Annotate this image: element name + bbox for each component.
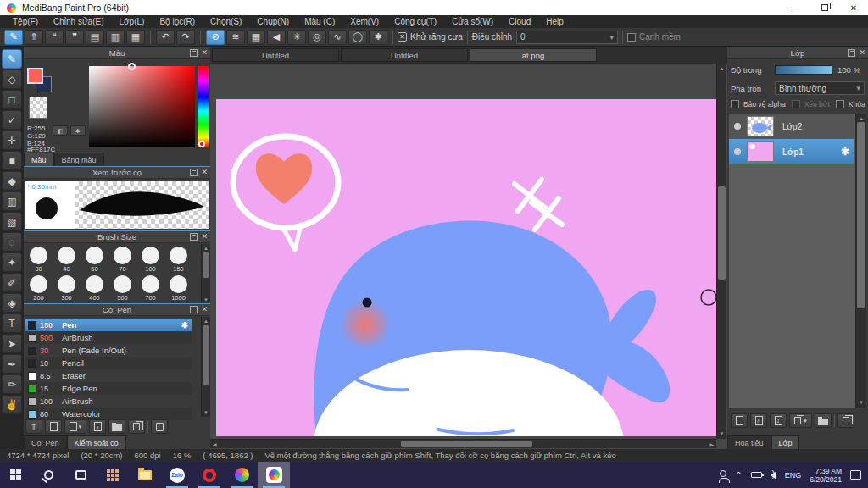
scroll-down-icon[interactable]: ▼	[202, 409, 210, 416]
restore-button[interactable]	[810, 0, 839, 15]
taskbar-search-button[interactable]	[32, 462, 64, 488]
layer-row-lop1[interactable]: Lớp1 ✱	[729, 139, 854, 164]
brush-size-400[interactable]: 400	[81, 275, 108, 302]
color-swap-button[interactable]: ◧	[53, 125, 68, 136]
notification-icon[interactable]	[850, 470, 861, 480]
snap-off-button[interactable]: ⊘	[206, 30, 225, 45]
brush-size-100[interactable]: 100	[136, 247, 164, 273]
brush-row-eraser[interactable]: 8.5 Eraser	[25, 369, 192, 382]
brush-size-150[interactable]: 150	[164, 247, 192, 273]
layer-new-1bit-button[interactable]: 1	[770, 413, 787, 428]
brush-add-dropdown-button[interactable]: ▾	[64, 419, 86, 434]
move-tool[interactable]: ✛	[2, 130, 22, 150]
shape-brush-tool[interactable]: □	[2, 90, 22, 109]
minimize-button[interactable]	[782, 0, 810, 15]
scroll-down-icon[interactable]: ▼	[202, 297, 210, 303]
brush-size-30[interactable]: 30	[25, 247, 53, 273]
tab-palette[interactable]: Bảng màu	[54, 152, 104, 166]
layer-new-8bit-button[interactable]: 8	[750, 413, 767, 428]
snap-cross-button[interactable]: ✳	[287, 30, 306, 45]
comment-button[interactable]: ❝	[45, 30, 64, 45]
opacity-slider[interactable]	[775, 65, 832, 75]
adjust-dropdown[interactable]: 0	[516, 30, 618, 44]
menu-color[interactable]: Màu (C)	[297, 15, 342, 28]
snap-parallel-button[interactable]: ≋	[226, 30, 245, 45]
hand-tool[interactable]: ✌	[2, 395, 22, 414]
popout-icon[interactable]	[190, 233, 198, 241]
menu-file[interactable]: Tệp(F)	[5, 15, 46, 28]
doc-tab-untitled-1[interactable]: Untitled	[212, 48, 339, 62]
fill-rect-tool[interactable]: ■	[2, 151, 22, 170]
hue-cursor[interactable]	[198, 141, 205, 147]
clock[interactable]: 7:39 AM 6/20/2021	[810, 467, 842, 484]
speaker-icon[interactable]	[771, 471, 776, 480]
soft-edge-checkbox[interactable]	[627, 33, 636, 42]
snap-concentric-button[interactable]: ◎	[308, 30, 326, 45]
menu-layer[interactable]: Lớp(L)	[112, 15, 153, 28]
canvas-horizontal-scrollbar[interactable]: ◀ ▶	[210, 439, 716, 448]
gear-icon[interactable]: ✱	[841, 146, 849, 158]
close-icon[interactable]: ✕	[201, 49, 208, 57]
div-brush-tool[interactable]: ✒	[2, 354, 22, 374]
zalo-app-button[interactable]: Zalo	[161, 462, 193, 488]
taskbar-app-grid[interactable]	[97, 462, 129, 488]
close-icon[interactable]: ✕	[859, 49, 865, 57]
language-indicator[interactable]: ENG	[785, 471, 802, 480]
eyedropper-tool[interactable]: ✏	[2, 374, 22, 394]
menu-cloud[interactable]: Cloud	[501, 15, 538, 28]
antialias-icon[interactable]: ✕	[398, 32, 407, 42]
brush-script-button[interactable]: s	[89, 419, 106, 434]
brush-row-airbrush[interactable]: 500 AirBrush	[25, 331, 192, 344]
brush-size-70[interactable]: 70	[108, 247, 136, 273]
paint-app-button[interactable]	[225, 462, 258, 488]
layer-folder-button[interactable]	[815, 413, 832, 428]
brush-row-pen-fade[interactable]: 30 Pen (Fade In/Out)	[25, 344, 192, 357]
popout-icon[interactable]	[848, 49, 855, 57]
bucket-tool[interactable]: ◆	[2, 171, 22, 191]
brush-size-500[interactable]: 500	[108, 275, 136, 302]
brush-row-watercolor[interactable]: 80 Watercolor	[25, 408, 192, 420]
start-button[interactable]	[0, 462, 32, 488]
select-tool[interactable]: ▧	[2, 212, 22, 231]
snap-settings-button[interactable]: ✱	[369, 30, 387, 45]
scroll-left-icon[interactable]: ◀	[213, 441, 217, 447]
brush-size-300[interactable]: 300	[53, 275, 81, 302]
saturation-value-picker[interactable]	[89, 66, 195, 147]
close-icon[interactable]: ✕	[201, 169, 208, 176]
transparent-color-swatch[interactable]	[29, 97, 47, 119]
layer-add-dropdown-button[interactable]: ▾	[789, 413, 812, 428]
text-tool[interactable]: T	[2, 313, 22, 333]
brush-size-50[interactable]: 50	[81, 247, 108, 273]
task-view-button[interactable]	[64, 462, 97, 488]
canvas-artwork[interactable]	[216, 99, 716, 436]
scroll-up-icon[interactable]: ▲	[717, 65, 726, 72]
tab-layers[interactable]: Lớp	[771, 435, 800, 449]
popout-icon[interactable]	[190, 306, 198, 313]
brush-row-pen[interactable]: 150 Pen ✱	[25, 319, 192, 331]
canvas-vertical-scrollbar[interactable]: ▲ ▼	[716, 64, 726, 439]
scroll-right-icon[interactable]: ▶	[709, 441, 714, 447]
color-option-button[interactable]: ✱	[70, 125, 86, 136]
alpha-lock-checkbox[interactable]	[731, 100, 739, 108]
brush-size-200[interactable]: 200	[25, 275, 53, 302]
layer-visibility-icon[interactable]	[734, 123, 741, 130]
layer-new-button[interactable]	[731, 413, 748, 428]
scroll-down-icon[interactable]: ▼	[717, 430, 726, 437]
blend-dropdown[interactable]: Bình thường	[775, 81, 865, 95]
brush-row-edge-pen[interactable]: 15 Edge Pen	[25, 382, 192, 395]
foreground-color-swatch[interactable]	[27, 68, 43, 84]
tab-color[interactable]: Màu	[24, 152, 54, 166]
brush-duplicate-button[interactable]	[128, 419, 145, 434]
brush-size-1000[interactable]: 1000	[164, 275, 192, 302]
popout-icon[interactable]	[190, 169, 198, 176]
menu-window[interactable]: Cửa sổ(W)	[444, 15, 501, 28]
menu-filter[interactable]: Bộ lọc(R)	[152, 15, 203, 28]
undo-button[interactable]: ↶	[156, 30, 175, 45]
brush-new-button[interactable]	[45, 419, 62, 434]
snap-ellipse-button[interactable]: ◯	[348, 30, 367, 45]
hue-slider[interactable]	[198, 66, 209, 147]
close-icon[interactable]: ✕	[201, 306, 208, 313]
brush-size-40[interactable]: 40	[53, 247, 81, 273]
layer-duplicate-button[interactable]	[837, 413, 854, 428]
tab-brush-control[interactable]: Kiểm soát cọ	[67, 435, 126, 449]
